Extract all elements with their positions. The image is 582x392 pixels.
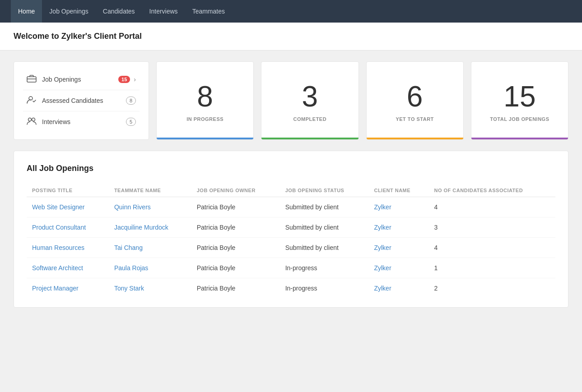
job-openings-badge: 15 bbox=[118, 76, 130, 83]
nav-interviews[interactable]: Interviews bbox=[142, 0, 185, 23]
cell-job-opening-status: In-progress bbox=[280, 278, 369, 299]
table-row: Project ManagerTony StarkPatricia BoyleI… bbox=[27, 278, 555, 299]
sidebar-assessed-label: Assessed Candidates bbox=[42, 97, 122, 104]
col-posting-title: POSTING TITLE bbox=[27, 184, 109, 197]
table-row: Software ArchitectPaula RojasPatricia Bo… bbox=[27, 258, 555, 278]
svg-rect-0 bbox=[27, 77, 36, 82]
cell-job-opening-owner: Patricia Boyle bbox=[191, 197, 280, 217]
assessed-candidates-icon bbox=[27, 96, 37, 106]
cell-job-opening-status: Submitted by client bbox=[280, 238, 369, 258]
nav-candidates[interactable]: Candidates bbox=[96, 0, 142, 23]
table-row: Web Site DesignerQuinn RiversPatricia Bo… bbox=[27, 197, 555, 217]
interviews-icon bbox=[27, 117, 37, 127]
cell-no-of-candidates: 3 bbox=[428, 217, 555, 238]
cell-client-name[interactable]: Zylker bbox=[368, 217, 428, 238]
stat-card-in-progress: 8 IN PROGRESS bbox=[156, 61, 254, 140]
cell-no-of-candidates: 2 bbox=[428, 278, 555, 299]
cell-posting-title[interactable]: Web Site Designer bbox=[27, 197, 109, 217]
stat-label-total: TOTAL JOB OPENINGS bbox=[490, 116, 549, 122]
stat-card-yet-to-start: 6 YET TO START bbox=[366, 61, 464, 140]
page-title: Welcome to Zylker's Client Portal bbox=[14, 32, 568, 41]
cell-teammate-name[interactable]: Paula Rojas bbox=[109, 258, 191, 278]
svg-point-3 bbox=[28, 118, 32, 121]
table-header: POSTING TITLE TEAMMATE NAME JOB OPENING … bbox=[27, 184, 555, 197]
sidebar-interviews-label: Interviews bbox=[42, 118, 122, 125]
stat-number-yet-to-start: 6 bbox=[407, 82, 423, 111]
cell-teammate-name[interactable]: Quinn Rivers bbox=[109, 197, 191, 217]
nav-home[interactable]: Home bbox=[11, 0, 42, 23]
nav-teammates[interactable]: Teammates bbox=[185, 0, 232, 23]
stat-label-in-progress: IN PROGRESS bbox=[186, 116, 223, 122]
stat-card-total: 15 TOTAL JOB OPENINGS bbox=[471, 61, 568, 140]
stat-card-completed: 3 COMPLETED bbox=[261, 61, 359, 140]
briefcase-icon bbox=[27, 74, 37, 84]
table-row: Human ResourcesTai ChangPatricia BoyleSu… bbox=[27, 238, 555, 258]
cell-posting-title[interactable]: Human Resources bbox=[27, 238, 109, 258]
cell-teammate-name[interactable]: Tony Stark bbox=[109, 278, 191, 299]
cell-job-opening-owner: Patricia Boyle bbox=[191, 217, 280, 238]
cell-no-of-candidates: 1 bbox=[428, 258, 555, 278]
job-openings-table: POSTING TITLE TEAMMATE NAME JOB OPENING … bbox=[27, 184, 555, 298]
col-client-name: CLIENT NAME bbox=[368, 184, 428, 197]
col-job-opening-status: JOB OPENING STATUS bbox=[280, 184, 369, 197]
cell-client-name[interactable]: Zylker bbox=[368, 278, 428, 299]
sidebar-item-assessed-candidates[interactable]: Assessed Candidates 8 bbox=[23, 90, 140, 111]
assessed-badge: 8 bbox=[126, 97, 136, 105]
svg-point-4 bbox=[32, 118, 35, 121]
stat-label-yet-to-start: YET TO START bbox=[396, 116, 433, 122]
top-section: Job Openings 15 › Assessed Candidates 8 bbox=[14, 61, 568, 140]
stat-cards: 8 IN PROGRESS 3 COMPLETED 6 YET TO START… bbox=[156, 61, 568, 140]
cell-client-name[interactable]: Zylker bbox=[368, 197, 428, 217]
cell-no-of-candidates: 4 bbox=[428, 197, 555, 217]
cell-client-name[interactable]: Zylker bbox=[368, 238, 428, 258]
cell-job-opening-status: In-progress bbox=[280, 258, 369, 278]
stat-number-in-progress: 8 bbox=[197, 82, 213, 111]
sidebar-job-openings-label: Job Openings bbox=[42, 76, 115, 83]
table-section: All Job Openings POSTING TITLE TEAMMATE … bbox=[14, 151, 568, 308]
main-content: Job Openings 15 › Assessed Candidates 8 bbox=[0, 51, 582, 318]
cell-posting-title[interactable]: Product Consultant bbox=[27, 217, 109, 238]
nav-job-openings[interactable]: Job Openings bbox=[42, 0, 95, 23]
stat-number-total: 15 bbox=[503, 82, 535, 111]
stat-label-completed: COMPLETED bbox=[293, 116, 327, 122]
col-no-of-candidates: NO OF CANDIDATES ASSOCIATED bbox=[428, 184, 555, 197]
cell-posting-title[interactable]: Project Manager bbox=[27, 278, 109, 299]
main-nav: Home Job Openings Candidates Interviews … bbox=[0, 0, 582, 23]
cell-job-opening-owner: Patricia Boyle bbox=[191, 278, 280, 299]
table-title: All Job Openings bbox=[27, 164, 555, 173]
cell-teammate-name[interactable]: Tai Chang bbox=[109, 238, 191, 258]
chevron-right-icon: › bbox=[134, 76, 136, 83]
cell-teammate-name[interactable]: Jacquiline Murdock bbox=[109, 217, 191, 238]
stat-number-completed: 3 bbox=[302, 82, 318, 111]
sidebar-item-job-openings[interactable]: Job Openings 15 › bbox=[23, 69, 140, 90]
cell-job-opening-status: Submitted by client bbox=[280, 217, 369, 238]
table-body: Web Site DesignerQuinn RiversPatricia Bo… bbox=[27, 197, 555, 299]
table-row: Product ConsultantJacquiline MurdockPatr… bbox=[27, 217, 555, 238]
cell-job-opening-owner: Patricia Boyle bbox=[191, 258, 280, 278]
cell-job-opening-status: Submitted by client bbox=[280, 197, 369, 217]
cell-client-name[interactable]: Zylker bbox=[368, 258, 428, 278]
sidebar-item-interviews[interactable]: Interviews 5 bbox=[23, 111, 140, 132]
cell-posting-title[interactable]: Software Architect bbox=[27, 258, 109, 278]
cell-job-opening-owner: Patricia Boyle bbox=[191, 238, 280, 258]
sidebar-card: Job Openings 15 › Assessed Candidates 8 bbox=[14, 61, 149, 140]
page-header: Welcome to Zylker's Client Portal bbox=[0, 23, 582, 51]
cell-no-of-candidates: 4 bbox=[428, 238, 555, 258]
col-teammate-name: TEAMMATE NAME bbox=[109, 184, 191, 197]
col-job-opening-owner: JOB OPENING OWNER bbox=[191, 184, 280, 197]
interviews-badge: 5 bbox=[126, 118, 136, 126]
